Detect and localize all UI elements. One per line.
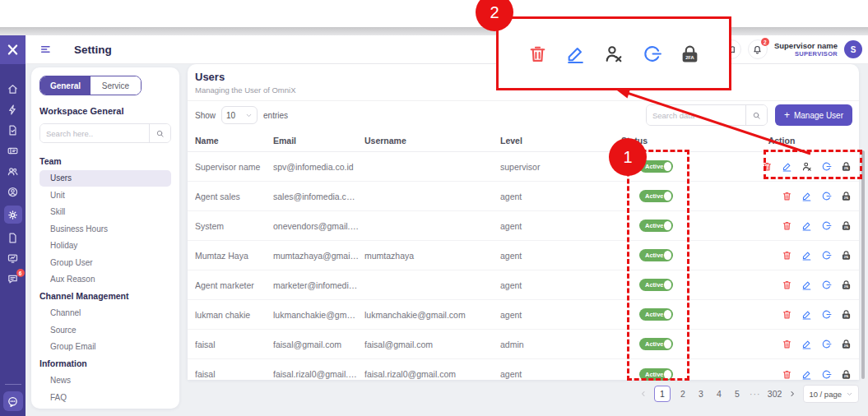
pagination: 1 2 3 4 5 ··· 302 10 / page xyxy=(188,385,859,403)
lock-2fa-icon[interactable] xyxy=(841,280,852,290)
scrollbar[interactable] xyxy=(861,150,865,379)
signout-icon[interactable] xyxy=(821,220,832,231)
bolt-icon[interactable] xyxy=(7,103,20,116)
tab-service[interactable]: Service xyxy=(91,76,141,95)
table-row: Agent sales sales@infomedia.co.id agent … xyxy=(188,182,859,211)
omnix-logo[interactable] xyxy=(0,35,26,64)
next-page-button[interactable] xyxy=(788,390,796,398)
menu-item-skill[interactable]: Skill xyxy=(39,204,171,221)
lock-2fa-icon[interactable] xyxy=(841,369,852,380)
page-size-select[interactable]: 10 / page xyxy=(803,385,859,403)
menu-item-users[interactable]: Users xyxy=(39,170,171,187)
lock-2fa-icon[interactable] xyxy=(841,309,852,320)
menu-item-unit[interactable]: Unit xyxy=(39,187,171,204)
table-row: Supervisor name spv@infomedia.co.id supe… xyxy=(188,152,859,182)
page-button-4[interactable]: 4 xyxy=(713,389,725,399)
edit-icon[interactable] xyxy=(801,309,812,320)
menu-item-news[interactable]: News xyxy=(39,372,171,390)
delete-icon[interactable] xyxy=(782,191,792,201)
lock-2fa-icon[interactable] xyxy=(841,191,852,201)
page-button-2[interactable]: 2 xyxy=(677,389,689,399)
search-icon[interactable] xyxy=(745,105,767,125)
cell-email: sales@infomedia.co.id xyxy=(273,192,364,201)
support-chat-button[interactable] xyxy=(3,391,23,411)
table-search-input[interactable] xyxy=(647,105,745,125)
page-ellipsis[interactable]: ··· xyxy=(750,389,761,399)
lock-2fa-icon[interactable] xyxy=(841,250,852,261)
panel-search-input[interactable] xyxy=(40,124,149,142)
edit-icon[interactable] xyxy=(801,220,812,231)
search-icon[interactable] xyxy=(149,124,170,142)
cell-username: lukmanchakie@gmail.com xyxy=(364,310,500,320)
action-cell xyxy=(724,280,856,290)
menu-item-group-user[interactable]: Group User xyxy=(39,254,171,271)
edit-icon[interactable] xyxy=(801,280,812,290)
home-icon[interactable] xyxy=(7,82,20,95)
remove-user-icon xyxy=(603,44,624,64)
menu-item-aux-reason[interactable]: Aux Reason xyxy=(39,271,171,289)
action-cell xyxy=(724,339,856,349)
menu-item-channel[interactable]: Channel xyxy=(39,305,171,322)
entries-select[interactable]: 10 xyxy=(221,106,258,124)
cell-level: agent xyxy=(500,369,621,379)
signout-icon[interactable] xyxy=(821,250,832,261)
cell-username: mumtazhaya xyxy=(364,251,500,261)
ticket-icon[interactable] xyxy=(7,144,20,157)
page-button-1[interactable]: 1 xyxy=(654,386,671,402)
delete-icon[interactable] xyxy=(782,250,792,261)
edit-icon[interactable] xyxy=(801,191,812,201)
delete-icon[interactable] xyxy=(782,280,792,290)
tab-general[interactable]: General xyxy=(40,76,91,95)
sidebar-rail: 6 xyxy=(0,35,26,416)
cell-email: faisal.rizal0@gmail.com xyxy=(273,369,364,379)
menu-item-holiday[interactable]: Holiday xyxy=(39,238,171,255)
page-button-5[interactable]: 5 xyxy=(731,389,743,399)
lock-2fa-icon[interactable] xyxy=(841,339,852,349)
entries-label: entries xyxy=(263,111,288,120)
delete-icon[interactable] xyxy=(782,339,792,349)
settings-menu: Team Users Unit Skill Business Hours Hol… xyxy=(39,153,171,409)
signout-icon[interactable] xyxy=(821,191,832,201)
edit-icon[interactable] xyxy=(801,369,812,380)
cell-email: marketer@infomedia.co.id xyxy=(273,280,364,290)
delete-icon[interactable] xyxy=(782,220,792,231)
delete-icon[interactable] xyxy=(782,309,792,320)
signout-icon[interactable] xyxy=(821,339,832,349)
cell-name: faisal xyxy=(195,369,273,379)
action-cell xyxy=(724,220,856,231)
edit-icon[interactable] xyxy=(801,339,812,349)
bell-icon[interactable]: 2 xyxy=(748,39,768,59)
page-button-302[interactable]: 302 xyxy=(768,389,782,399)
manage-user-button[interactable]: + Manage User xyxy=(775,104,852,126)
file-check-icon[interactable] xyxy=(7,123,20,136)
monitor-chart-icon[interactable] xyxy=(7,252,20,265)
users-icon[interactable] xyxy=(7,164,20,178)
lock-2fa-icon[interactable] xyxy=(841,220,852,231)
menu-item-group-email[interactable]: Group Email xyxy=(39,339,171,356)
cell-level: agent xyxy=(500,192,621,201)
hamburger-menu-icon[interactable] xyxy=(39,43,53,56)
menu-item-source[interactable]: Source xyxy=(39,321,171,339)
file-icon[interactable] xyxy=(7,231,20,244)
annotation-callout-1: 1 xyxy=(609,138,647,176)
prev-page-button[interactable] xyxy=(639,390,648,398)
chat-badge: 6 xyxy=(16,269,25,277)
cell-name: faisal xyxy=(195,340,273,349)
page-button-3[interactable]: 3 xyxy=(695,389,707,399)
signout-icon[interactable] xyxy=(821,280,832,290)
action-cell xyxy=(724,369,856,380)
signout-icon[interactable] xyxy=(821,309,832,320)
chat-messages-icon[interactable]: 6 xyxy=(7,272,20,285)
user-block[interactable]: Supervisor name SUPERVISOR xyxy=(774,41,838,58)
menu-item-business-hours[interactable]: Business Hours xyxy=(39,220,171,238)
avatar[interactable]: S xyxy=(844,40,862,58)
signout-icon[interactable] xyxy=(821,369,832,380)
contact-icon[interactable] xyxy=(7,185,20,198)
edit-icon[interactable] xyxy=(801,250,812,261)
cell-level: agent xyxy=(500,251,621,261)
delete-icon[interactable] xyxy=(782,369,792,380)
settings-gear-icon[interactable] xyxy=(4,206,22,224)
menu-item-faq[interactable]: FAQ xyxy=(39,389,171,406)
cell-email: lukmanchakie@gmail.com xyxy=(273,310,364,320)
cell-email: spv@infomedia.co.id xyxy=(273,162,364,172)
